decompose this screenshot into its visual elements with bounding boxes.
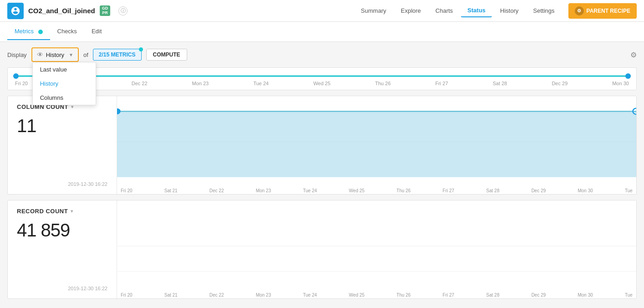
main-content: Display 👁 History ▼ Last value History C… — [0, 42, 644, 308]
metric-date-column-count: 2019-12-30 16:22 — [17, 181, 107, 187]
of-label: of — [83, 51, 88, 58]
nav-links: Summary Explore Charts Status History Se… — [354, 3, 637, 19]
metric-left-column-count: COLUMN COUNT ▾ 11 2019-12-30 16:22 — [8, 96, 117, 194]
top-bar: CO2_and_Oil_joined GD PR ⓘ Summary Explo… — [0, 0, 644, 22]
metrics-count-button[interactable]: 2/15 METRICS — [93, 49, 142, 61]
compute-button[interactable]: COMPUTE — [146, 49, 187, 61]
display-dropdown-wrapper: 👁 History ▼ Last value History Columns — [31, 47, 79, 62]
selected-display-option: History — [46, 51, 64, 58]
metric-record-dropdown-icon[interactable]: ▾ — [71, 209, 73, 214]
timeline-fill — [13, 76, 631, 77]
logo-area: CO2_and_Oil_joined GD PR ⓘ — [7, 3, 128, 19]
tab-metrics[interactable]: Metrics — [7, 23, 50, 40]
tab-edit[interactable]: Edit — [84, 23, 109, 40]
timeline-handle-left[interactable] — [13, 73, 19, 79]
metrics-indicator — [38, 30, 43, 34]
record-count-chart-svg — [117, 200, 636, 292]
option-last-value[interactable]: Last value — [33, 62, 96, 77]
gdpr-badge: GD PR — [100, 5, 111, 16]
option-columns[interactable]: Columns — [33, 91, 96, 105]
display-label: Display — [7, 51, 27, 58]
metric-chart-column-count: Fri 20 Sat 21 Dec 22 Mon 23 Tue 24 Wed 2… — [117, 96, 636, 194]
column-count-chart-svg — [117, 96, 636, 187]
record-count-x-labels: Fri 20 Sat 21 Dec 22 Mon 23 Tue 24 Wed 2… — [117, 292, 636, 298]
metric-chart-record-count: 40,000 30,000 Fri 20 Sat 21 Dec 22 Mon 2… — [117, 200, 636, 298]
nav-explore[interactable]: Explore — [394, 5, 427, 17]
timeline-date-labels: Fri 20 Sat 21 Dec 22 Mon 23 Tue 24 Wed 2… — [13, 81, 631, 86]
eye-icon: 👁 — [37, 51, 43, 58]
metric-left-record-count: RECORD COUNT ▾ 41 859 2019-12-30 16:22 — [8, 200, 117, 298]
parent-recipe-button[interactable]: ⚙ PARENT RECIPE — [568, 3, 637, 19]
pr-icon: ⚙ — [575, 6, 584, 15]
nav-history[interactable]: History — [494, 5, 525, 17]
nav-summary[interactable]: Summary — [354, 5, 393, 17]
metric-card-record-count: RECORD COUNT ▾ 41 859 2019-12-30 16:22 4… — [7, 200, 637, 299]
timeline-row: Fri 20 Sat 21 Dec 22 Mon 23 Tue 24 Wed 2… — [7, 67, 637, 90]
dropdown-arrow-icon: ▼ — [69, 52, 73, 57]
controls-row: Display 👁 History ▼ Last value History C… — [7, 47, 637, 62]
column-count-x-labels: Fri 20 Sat 21 Dec 22 Mon 23 Tue 24 Wed 2… — [117, 187, 636, 194]
sub-tabs: Metrics Checks Edit — [0, 22, 644, 42]
option-history[interactable]: History — [33, 77, 96, 91]
column-count-chart — [117, 96, 636, 187]
settings-gear-icon[interactable]: ⚙ — [630, 51, 637, 59]
info-icon[interactable]: ⓘ — [118, 6, 128, 15]
nav-settings[interactable]: Settings — [527, 5, 561, 17]
timeline-handle-right[interactable] — [625, 73, 631, 79]
display-select[interactable]: 👁 History ▼ — [34, 50, 76, 59]
record-count-chart — [117, 200, 636, 292]
display-dropdown-menu: Last value History Columns — [32, 62, 96, 105]
metric-value-record-count: 41 859 — [17, 220, 107, 241]
nav-status[interactable]: Status — [461, 4, 492, 17]
metric-title-record-count: RECORD COUNT ▾ — [17, 208, 107, 215]
app-logo[interactable] — [7, 3, 24, 19]
dataset-name: CO2_and_Oil_joined — [28, 7, 95, 15]
metrics-dot — [139, 47, 143, 51]
metric-value-column-count: 11 — [17, 116, 107, 136]
metric-card-column-count: COLUMN COUNT ▾ 11 2019-12-30 16:22 — [7, 96, 637, 195]
timeline-track — [13, 76, 631, 77]
nav-charts[interactable]: Charts — [429, 5, 459, 17]
metric-date-record-count: 2019-12-30 16:22 — [17, 286, 107, 291]
tab-checks[interactable]: Checks — [50, 23, 84, 40]
